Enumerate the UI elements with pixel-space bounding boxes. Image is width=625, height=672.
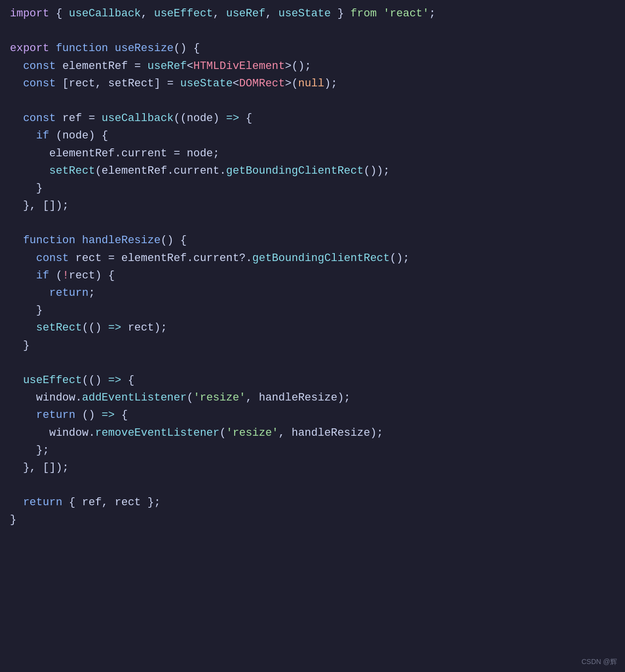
code-line-blank3 xyxy=(10,214,615,232)
code-line-blank2 xyxy=(10,92,615,110)
code-line-blank5 xyxy=(10,476,615,494)
code-line-22: }; xyxy=(10,442,615,459)
code-line-blank4 xyxy=(10,354,615,372)
code-line-11: function handleResize() { xyxy=(10,232,615,249)
code-line-10: }, []); xyxy=(10,197,615,214)
code-line-8: setRect(elementRef.current.getBoundingCl… xyxy=(10,162,615,180)
code-line-23: }, []); xyxy=(10,459,615,476)
watermark: CSDN @辉 xyxy=(581,656,617,667)
code-line-blank1 xyxy=(10,22,615,40)
code-line-5: const ref = useCallback((node) => { xyxy=(10,110,615,127)
code-line-17: } xyxy=(10,337,615,354)
code-line-19: window.addEventListener('resize', handle… xyxy=(10,389,615,406)
code-line-24: return { ref, rect }; xyxy=(10,494,615,511)
code-line-21: window.removeEventListener('resize', han… xyxy=(10,424,615,442)
code-line-14: return; xyxy=(10,284,615,302)
code-line-12: const rect = elementRef.current?.getBoun… xyxy=(10,250,615,267)
code-line-6: if (node) { xyxy=(10,127,615,144)
code-line-13: if (!rect) { xyxy=(10,267,615,284)
code-line-1: import { useCallback, useEffect, useRef,… xyxy=(10,5,615,22)
code-line-9: } xyxy=(10,180,615,197)
code-line-2: export function useResize() { xyxy=(10,40,615,57)
code-line-4: const [rect, setRect] = useState<DOMRect… xyxy=(10,75,615,92)
code-line-3: const elementRef = useRef<HTMLDivElement… xyxy=(10,58,615,75)
code-line-7: elementRef.current = node; xyxy=(10,145,615,162)
code-line-15: } xyxy=(10,302,615,319)
code-line-25: } xyxy=(10,511,615,529)
code-line-16: setRect(() => rect); xyxy=(10,319,615,336)
code-line-18: useEffect(() => { xyxy=(10,372,615,389)
code-line-20: return () => { xyxy=(10,406,615,424)
code-editor: import { useCallback, useEffect, useRef,… xyxy=(0,0,625,672)
